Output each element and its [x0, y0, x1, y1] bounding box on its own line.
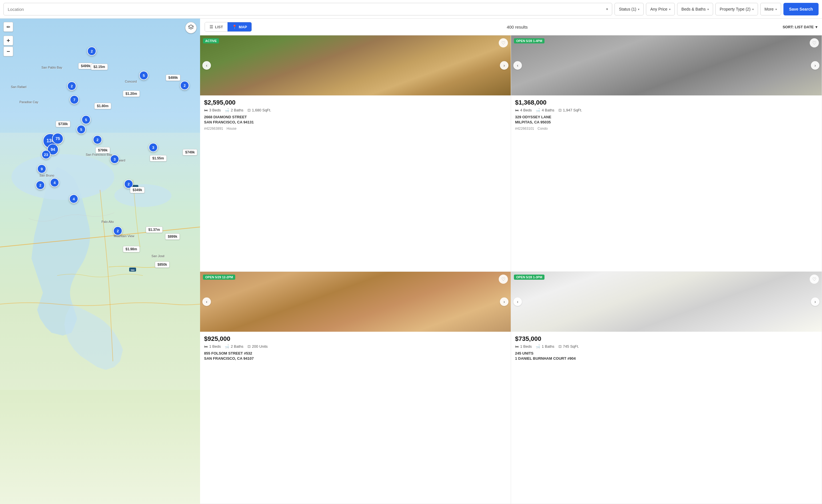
price-filter-button[interactable]: Any Price ▾ [646, 3, 675, 15]
save-search-button[interactable]: Save Search [783, 3, 819, 15]
favorite-button[interactable]: ♡ [810, 275, 819, 284]
listing-details: 🛏 1 Beds 🛁 1 Baths ⊡ 745 SqFt. [515, 344, 818, 349]
property-type-filter-button[interactable]: Property Type (2) ▾ [715, 3, 758, 15]
zoom-in-button[interactable]: + [3, 36, 13, 45]
save-search-label: Save Search [789, 7, 813, 11]
next-photo-button[interactable]: › [500, 298, 508, 306]
listings-grid: ACTIVE ♡ ‹ › $2,595,000 🛏 3 Beds 🛁 2 Bat… [200, 35, 822, 504]
price-tag-marker[interactable]: $1.80m [94, 103, 111, 109]
cluster-marker[interactable]: 3 [110, 154, 119, 164]
previous-photo-button[interactable]: ‹ [513, 61, 522, 70]
address-line2: SAN FRANCISCO, CA 94131 [204, 120, 507, 125]
cluster-marker[interactable]: 5 [139, 71, 148, 80]
view-tabs: ☰ LIST 📍 MAP [204, 22, 252, 32]
previous-photo-button[interactable]: ‹ [202, 61, 211, 70]
cluster-marker[interactable]: 2 [93, 135, 102, 144]
beds-filter-button[interactable]: Beds & Baths ▾ [677, 3, 713, 15]
address-line1: 329 ODYSSEY LANE [515, 114, 818, 120]
zoom-out-button[interactable]: − [3, 47, 13, 56]
listing-card[interactable]: OPEN 5/28 1-3PM ♡ ‹ › $735,000 🛏 1 Beds … [511, 272, 822, 504]
listing-price: $735,000 [515, 335, 818, 343]
svg-text:580: 580 [131, 269, 135, 272]
cluster-marker[interactable]: 2 [113, 226, 122, 235]
next-photo-button[interactable]: › [811, 298, 819, 306]
listing-details: 🛏 3 Beds 🛁 2 Baths ⊡ 1,680 SqFt. [204, 108, 507, 112]
price-tag-marker[interactable]: $738k [56, 121, 70, 127]
listing-meta: #422663101 Condo [515, 126, 818, 130]
cluster-marker[interactable]: 5 [81, 115, 91, 124]
cluster-marker[interactable]: 2 [67, 81, 76, 91]
next-photo-button[interactable]: › [811, 61, 819, 70]
cluster-marker[interactable]: 4 [50, 178, 59, 187]
map-panel: 680 580 ✏ + − [0, 19, 200, 504]
bed-icon: 🛏 [515, 108, 519, 112]
price-tag-marker[interactable]: $1.20m [123, 91, 140, 97]
chevron-down-icon: ▾ [707, 8, 709, 11]
cluster-marker[interactable]: 75 [52, 133, 63, 144]
more-filter-button[interactable]: More ▾ [760, 3, 781, 15]
beds-value: 3 Beds [209, 108, 221, 112]
previous-photo-button[interactable]: ‹ [513, 298, 522, 306]
next-photo-button[interactable]: › [500, 61, 508, 70]
listing-card[interactable]: OPEN 5/28 1-4PM ♡ ‹ › $1,368,000 🛏 4 Bed… [511, 35, 822, 272]
price-tag-marker[interactable]: $1.55m [150, 155, 166, 161]
listing-info: $925,000 🛏 1 Beds 🛁 2 Baths ⊡ 200 Units … [200, 332, 511, 366]
list-tab[interactable]: ☰ LIST [205, 22, 228, 31]
pencil-icon: ✏ [7, 24, 10, 30]
previous-photo-button[interactable]: ‹ [202, 298, 211, 306]
map-tab[interactable]: 📍 MAP [228, 22, 252, 31]
cluster-marker[interactable]: 9 [37, 164, 46, 173]
cluster-marker[interactable]: 3 [149, 143, 158, 152]
listing-address: 329 ODYSSEY LANE MILPITAS, CA 95035 [515, 114, 818, 125]
listing-badge: OPEN 5/28 1-4PM [514, 38, 544, 43]
bed-icon: 🛏 [515, 344, 519, 349]
cluster-marker[interactable]: 5 [77, 125, 86, 134]
location-input[interactable]: Location [8, 7, 606, 12]
map-background: 680 580 ✏ + − [0, 19, 200, 504]
sqft-icon: ⊡ [248, 344, 251, 349]
listing-card[interactable]: OPEN 5/29 12-2PM ♡ ‹ › $925,000 🛏 1 Beds… [200, 272, 511, 504]
listing-info: $735,000 🛏 1 Beds 🛁 1 Baths ⊡ 745 SqFt. … [511, 332, 822, 366]
price-tag-marker[interactable]: $1.37m [146, 226, 162, 233]
price-tag-marker[interactable]: $850k [155, 262, 169, 268]
price-tag-marker[interactable]: $749k [182, 149, 197, 155]
price-tag-marker[interactable]: $1.98m [123, 246, 140, 252]
price-tag-marker[interactable]: $799k [95, 147, 110, 153]
price-tag-marker[interactable]: $899k [165, 233, 180, 240]
location-filter[interactable]: Location ▾ [3, 3, 612, 15]
map-svg: 680 580 [0, 19, 200, 504]
favorite-button[interactable]: ♡ [499, 38, 508, 47]
cluster-marker[interactable]: 4 [69, 194, 78, 203]
cluster-marker[interactable]: 2 [180, 81, 189, 90]
bath-icon: 🛁 [536, 344, 540, 349]
cluster-marker[interactable]: 7 [70, 95, 79, 104]
sqft-detail: ⊡ 745 SqFt. [558, 344, 579, 349]
sort-control[interactable]: SORT: LIST DATE ▾ [783, 25, 817, 29]
cluster-marker[interactable]: 2 [87, 47, 96, 56]
favorite-button[interactable]: ♡ [499, 275, 508, 284]
listing-card[interactable]: ACTIVE ♡ ‹ › $2,595,000 🛏 3 Beds 🛁 2 Bat… [200, 35, 511, 272]
list-tab-label: LIST [215, 25, 223, 29]
sqft-value: 1,680 SqFt. [252, 108, 271, 112]
draw-button[interactable]: ✏ [3, 22, 13, 32]
favorite-button[interactable]: ♡ [810, 38, 819, 47]
header: Location ▾ Status (1) ▾ Any Price ▾ Beds… [0, 0, 822, 19]
bath-icon: 🛁 [225, 344, 229, 349]
zoom-in-icon: + [7, 37, 10, 44]
cluster-marker[interactable]: 23 [41, 150, 51, 159]
main-content: 680 580 ✏ + − [0, 19, 822, 504]
listing-mls: #422663891 [204, 126, 223, 130]
price-tag-marker[interactable]: $349k [130, 187, 145, 193]
sqft-detail: ⊡ 1,947 SqFt. [558, 108, 582, 112]
status-filter-button[interactable]: Status (1) ▾ [614, 3, 644, 15]
beds-value: 1 Beds [209, 344, 221, 349]
bath-icon: 🛁 [225, 108, 229, 112]
price-tag-marker[interactable]: $2.15m [91, 64, 108, 70]
listing-image: ACTIVE ♡ ‹ › [200, 35, 511, 95]
sort-label: SORT: LIST DATE [783, 25, 814, 29]
cluster-marker[interactable]: 2 [36, 180, 45, 190]
address-line1: 2668 DIAMOND STREET [204, 114, 507, 120]
svg-rect-2 [0, 133, 200, 390]
layers-button[interactable] [185, 22, 196, 33]
price-tag-marker[interactable]: $499k [166, 75, 180, 81]
